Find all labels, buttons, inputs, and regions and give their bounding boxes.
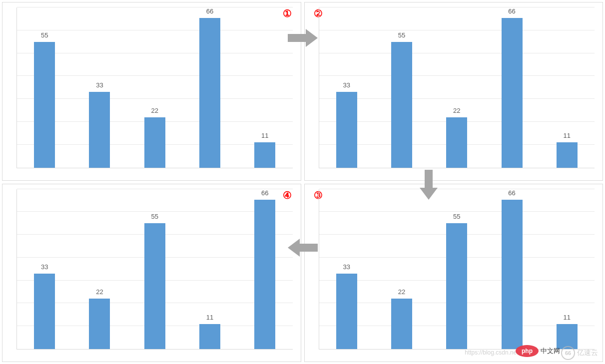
php-logo-icon: php (516, 345, 539, 357)
bar-value-label: 11 (564, 132, 571, 139)
bar (502, 200, 523, 350)
bar (254, 142, 275, 167)
svg-marker-2 (288, 239, 318, 257)
bar-slot: 66 (484, 7, 539, 168)
plot-4: 3322551166 (16, 189, 293, 350)
bar (144, 223, 165, 349)
bar-slot: 11 (540, 189, 595, 350)
bar-slot: 11 (237, 7, 292, 168)
bar-value-label: 55 (398, 31, 405, 39)
bar (391, 299, 412, 349)
bar-value-label: 22 (453, 107, 460, 114)
bar-value-label: 55 (41, 31, 48, 39)
bar-slot: 22 (127, 7, 182, 168)
bar (336, 92, 357, 167)
arrow-2-to-3 (419, 170, 439, 200)
yisu-logo-icon: 66 (561, 346, 575, 360)
bar-value-label: 33 (343, 263, 350, 271)
plot-2: 3355226611 (319, 7, 595, 168)
bar-value-label: 22 (398, 288, 405, 296)
bar-value-label: 55 (453, 213, 460, 220)
bar-slot: 11 (182, 189, 237, 350)
bar-slot: 11 (540, 7, 595, 168)
svg-marker-0 (288, 29, 318, 47)
bar-value-label: 66 (261, 189, 268, 197)
bar-slot: 33 (319, 7, 374, 168)
watermark-yisu-text: 亿速云 (577, 349, 598, 358)
panel-3: ③ 3322556611 (304, 184, 604, 363)
bar-slot: 33 (17, 189, 72, 350)
bar-slot: 55 (17, 7, 72, 168)
chart-grid: ① 5533226611 ② 3355226611 ④ 3322551166 ③… (0, 0, 605, 364)
bar-slot: 66 (484, 189, 539, 350)
bar-value-label: 55 (151, 213, 158, 220)
bar (144, 117, 165, 168)
bar (34, 274, 55, 349)
arrow-3-to-4 (288, 238, 318, 258)
bar-slot: 22 (374, 189, 429, 350)
bar-slot: 22 (72, 189, 127, 350)
bar-value-label: 11 (261, 132, 268, 139)
watermark-php: php 中文网 (516, 345, 560, 357)
bar-value-label: 66 (508, 7, 515, 15)
bar (199, 324, 220, 349)
bar-value-label: 66 (206, 7, 213, 15)
panel-1: ① 5533226611 (2, 2, 301, 181)
bar (199, 18, 220, 168)
bar-value-label: 22 (96, 288, 103, 296)
panel-4: ④ 3322551166 (2, 184, 301, 363)
bar (89, 299, 110, 349)
bar-slot: 55 (429, 189, 484, 350)
bar-slot: 33 (72, 7, 127, 168)
bar-value-label: 22 (151, 107, 158, 114)
plot-1: 5533226611 (16, 7, 293, 168)
bar (446, 117, 467, 168)
bar-slot: 55 (127, 189, 182, 350)
bar (336, 274, 357, 349)
bar-value-label: 66 (508, 189, 515, 197)
bar-value-label: 33 (41, 263, 48, 271)
bar (391, 42, 412, 168)
bar (34, 42, 55, 168)
bars: 3355226611 (319, 7, 595, 168)
panel-2: ② 3355226611 (304, 2, 604, 181)
bars: 3322556611 (319, 189, 595, 350)
bars: 3322551166 (17, 189, 293, 350)
bar-slot: 22 (429, 7, 484, 168)
bar (502, 18, 523, 168)
bar-slot: 55 (374, 7, 429, 168)
watermark-php-text: 中文网 (541, 347, 560, 356)
plot-3: 3322556611 (319, 189, 595, 350)
bar-value-label: 33 (96, 81, 103, 89)
bar (446, 223, 467, 349)
bar-slot: 33 (319, 189, 374, 350)
svg-marker-1 (420, 170, 438, 200)
bar (557, 142, 578, 167)
arrow-1-to-2 (288, 28, 318, 48)
bar-slot: 66 (237, 189, 292, 350)
bar-value-label: 33 (343, 81, 350, 89)
watermark-yisu: 66 亿速云 (561, 346, 598, 360)
bar (254, 200, 275, 350)
bar-slot: 66 (182, 7, 237, 168)
bar-value-label: 11 (206, 314, 213, 321)
bar-value-label: 11 (564, 314, 571, 321)
bar (89, 92, 110, 167)
bars: 5533226611 (17, 7, 293, 168)
